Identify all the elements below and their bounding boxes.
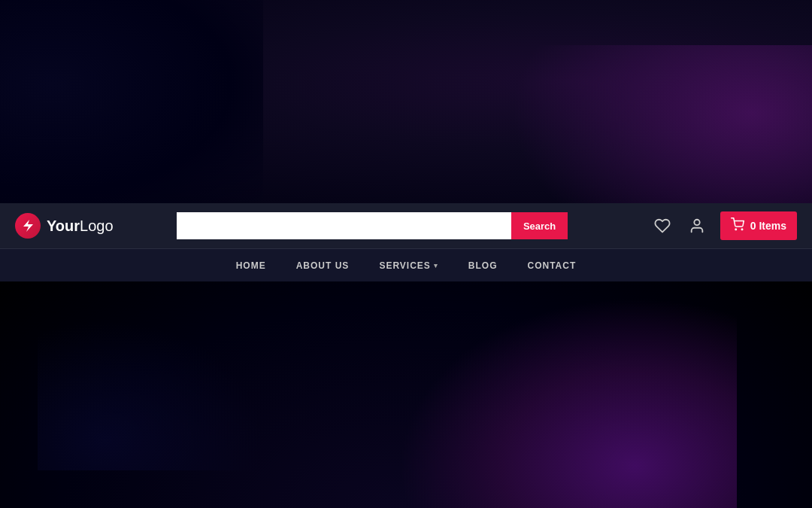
bg-glow-bottom-right xyxy=(398,297,737,508)
account-button[interactable] xyxy=(686,214,708,237)
nav-item-contact[interactable]: CONTACT xyxy=(523,257,581,274)
bg-glow-left xyxy=(0,0,263,211)
bg-glow-bottom-left xyxy=(38,320,263,470)
svg-point-0 xyxy=(694,220,699,225)
svg-point-1 xyxy=(735,229,737,230)
search-button[interactable]: Search xyxy=(511,212,568,239)
nav-item-about[interactable]: ABOUT US xyxy=(292,257,354,274)
nav-item-services[interactable]: SERVICES ▾ xyxy=(374,257,442,274)
nav-item-home[interactable]: HOME xyxy=(232,257,271,274)
nav-bar: HOME ABOUT US SERVICES ▾ BLOG CONTACT xyxy=(0,248,812,281)
nav-item-blog[interactable]: BLOG xyxy=(464,257,502,274)
cart-icon xyxy=(731,217,744,234)
search-container: Search xyxy=(177,212,568,239)
svg-point-2 xyxy=(741,229,743,230)
logo[interactable]: YourLogo xyxy=(15,213,128,239)
cart-label: 0 Items xyxy=(750,220,786,232)
header-bar: YourLogo Search xyxy=(0,203,812,248)
logo-icon xyxy=(15,213,41,239)
cart-button[interactable]: 0 Items xyxy=(720,211,797,240)
search-input[interactable] xyxy=(177,212,511,239)
chevron-down-icon: ▾ xyxy=(434,262,438,269)
wishlist-button[interactable] xyxy=(651,214,674,237)
header-actions: 0 Items xyxy=(651,211,797,240)
logo-text: YourLogo xyxy=(47,217,114,235)
